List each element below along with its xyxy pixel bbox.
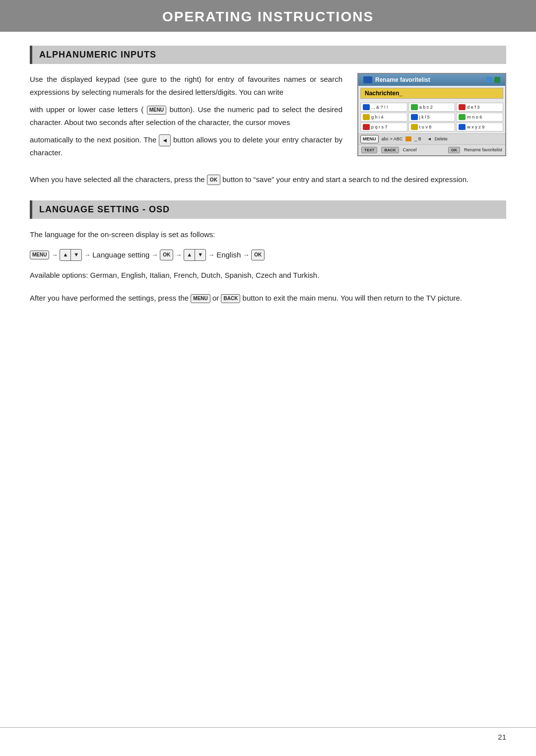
page-number: 21	[498, 733, 506, 741]
dialog-title-icon	[363, 76, 372, 83]
alphanumeric-text: Use the displayed keypad (see gure to th…	[30, 73, 342, 164]
dialog-corner-btn-2	[494, 77, 500, 83]
exit-back-key: BACK	[221, 294, 240, 303]
keypad-cell-2: a b c 2	[408, 103, 456, 112]
available-options: Available options: German, English, Ital…	[30, 268, 506, 282]
menu-key-inline: MENU	[147, 106, 166, 115]
section-header-alphanumeric: ALPHANUMERIC INPUTS	[30, 46, 506, 64]
keypad-cell-1: . , & ? ! !	[360, 103, 407, 112]
alphanumeric-para1: Use the displayed keypad (see gure to th…	[30, 73, 342, 98]
language-body: The language for the on-screen display i…	[30, 228, 506, 305]
keypad-cell-3: d e f 3	[456, 103, 503, 112]
dialog-text-btn: TEXT	[361, 147, 377, 153]
keypad-cell-4: g h i 4	[360, 113, 407, 122]
nav-ok-key-1: OK	[160, 250, 173, 260]
dialog-corner-buttons	[486, 77, 500, 83]
dialog-input-field: Nachrichten_	[360, 88, 503, 99]
page-footer: 21	[0, 727, 536, 741]
icon-orange	[405, 136, 411, 141]
nav-ok-key-2: OK	[251, 250, 265, 260]
cell-icon-blue-2	[411, 114, 418, 120]
ok-key-inline: OK	[207, 175, 220, 185]
nav-english-label: English	[216, 248, 241, 261]
cell-icon-green-1	[411, 104, 418, 110]
section-header-language: LANGUAGE SETTING - OSD	[30, 200, 506, 219]
alphanumeric-para4: When you have selected all the character…	[30, 173, 506, 186]
nav-lang-label: Language setting	[92, 248, 149, 261]
dialog-footer: TEXT BACK Cancel OK Rename favoritelist	[358, 144, 505, 155]
keypad-cell-8: t u v 8	[408, 123, 456, 131]
page-title-bar: OPERATING INSTRUCTIONS	[0, 0, 536, 32]
alphanumeric-para2: with upper or lower case letters ( MENU …	[30, 103, 342, 128]
cell-icon-blue-3	[459, 124, 466, 130]
nav-updown-key-1: ▲ ▼	[60, 249, 82, 261]
keypad-cell-6: m n o 6	[456, 113, 503, 122]
section-title-language: LANGUAGE SETTING - OSD	[39, 204, 499, 215]
nav-sequence: MENU → ▲ ▼ → Language setting → OK → ▲ ▼…	[30, 248, 506, 261]
dialog-ok-btn: OK	[448, 147, 460, 153]
exit-paragraph: After you have performed the settings, p…	[30, 292, 506, 305]
keypad-cell-7: p q r s 7	[360, 123, 407, 131]
nav-updown-key-2: ▲ ▼	[184, 249, 206, 261]
keypad-cell-9: w x y z 9	[456, 123, 503, 131]
dialog-title-text: Rename favoritelist	[375, 76, 430, 83]
cell-icon-yellow-2	[411, 124, 418, 130]
alphanumeric-para3: automatically to the next position. The …	[30, 133, 342, 159]
dialog-titlebar: Rename favoritelist	[358, 74, 505, 86]
cell-icon-red-2	[363, 124, 370, 130]
menu-key-dialog: MENU	[360, 135, 379, 143]
keypad-cell-5: j k l 5	[408, 113, 456, 122]
back-arrow-key: ◄	[159, 134, 171, 146]
cell-icon-green-2	[459, 114, 466, 120]
section-alphanumeric: ALPHANUMERIC INPUTS Use the displayed ke…	[30, 46, 506, 186]
cell-icon-yellow-1	[363, 114, 370, 120]
dialog-keypad-grid: . , & ? ! ! a b c 2 d e f 3 g h i 4	[358, 101, 505, 133]
rename-dialog: Rename favoritelist Nachrichten_ . , & ?…	[357, 73, 506, 156]
alphanumeric-body: Use the displayed keypad (see gure to th…	[30, 73, 506, 164]
exit-menu-key: MENU	[191, 294, 210, 303]
section-language: LANGUAGE SETTING - OSD The language for …	[30, 200, 506, 305]
section-title-alphanumeric: ALPHANUMERIC INPUTS	[39, 50, 499, 60]
cell-icon-blue-1	[363, 104, 370, 110]
page-title: OPERATING INSTRUCTIONS	[0, 9, 536, 25]
nav-menu-key: MENU	[30, 251, 49, 259]
language-intro: The language for the on-screen display i…	[30, 228, 506, 241]
dialog-back-btn: BACK	[381, 147, 399, 153]
dialog-corner-btn-1	[486, 77, 492, 83]
cell-icon-red-1	[459, 104, 466, 110]
dialog-bottom-row: MENU abc > ABC _ B ◄ Delete	[358, 133, 505, 144]
